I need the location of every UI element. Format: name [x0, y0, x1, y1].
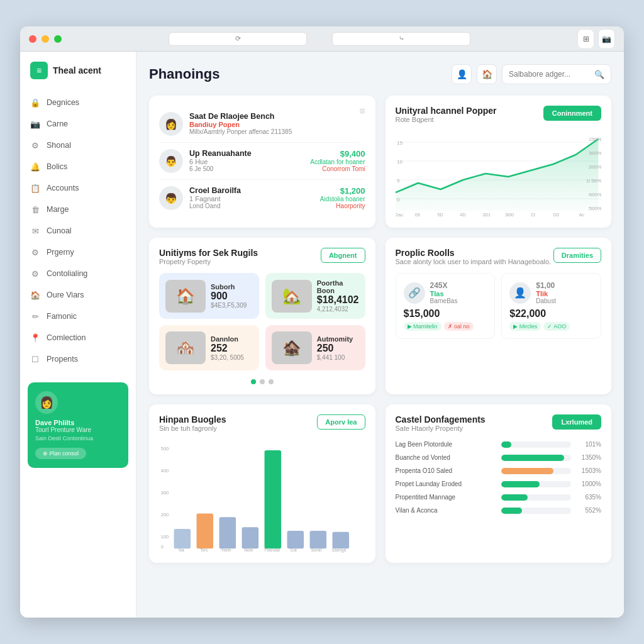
svg-text:Note: Note: [244, 548, 253, 552]
profile-roll-2-tags: ▶ Mircles ✓ AOO: [509, 322, 593, 331]
h-bar-track-1: [501, 441, 572, 448]
sidebar-item-prgerny[interactable]: ⚙ Prgerny: [20, 242, 136, 263]
prop-card-1: 🏠 Suborh 900 $4E3,F5,309: [159, 273, 259, 319]
url-bar-right[interactable]: ⤷: [332, 32, 470, 46]
svg-text:300: 300: [161, 490, 169, 496]
svg-rect-37: [265, 450, 282, 548]
camera-icon[interactable]: 📷: [598, 29, 615, 49]
row2-grid: Unitiyms for Sek Rugils Propetry Foperty…: [149, 238, 611, 394]
svg-rect-31: [197, 513, 214, 548]
h-bar-row-3: Propenta O10 Saled 1503%: [396, 467, 602, 474]
sidebar-item-degnices[interactable]: 🔒 Degnices: [20, 92, 136, 113]
properties-btn[interactable]: Abgnent: [321, 248, 365, 263]
settings-icon: ⚙: [30, 140, 40, 150]
activity-amount-2: $9,400 Acdlatan for hoaner Conorrom Tomi: [310, 149, 365, 172]
header-actions: 👤 🏠 🔍: [452, 64, 611, 84]
search-box[interactable]: 🔍: [502, 64, 611, 84]
h-bar-chart-btn[interactable]: Lxrlumed: [552, 414, 601, 430]
h-bar-container: Lag Been Plotordule 101% Buanche od Vont…: [396, 441, 602, 514]
svg-text:Saringe: Saringe: [332, 548, 347, 553]
chart-title-block: Unityral hcannel Popper Rote Bqpent: [396, 106, 497, 123]
svg-text:1t 5t0%: 1t 5t0%: [586, 179, 601, 184]
prop-card-2: 🏡 Poortha Boon $18,4102 4,212,4032: [265, 273, 365, 319]
activity-item-2: 👨 Up Reanuahante 6 Hue 6 Je 500 $9,400 A…: [159, 143, 365, 180]
activity-item-3: 👦 Croel Baroilfa 1 Fagnant Lond Oand $1,…: [159, 180, 365, 216]
sidebar-item-bolics[interactable]: 🔔 Bolics: [20, 156, 136, 177]
lock-icon: 🔒: [30, 97, 40, 108]
sidebar-item-oure-viars[interactable]: 🏠 Oure Viars: [20, 284, 136, 306]
properties-header: Unitiyms for Sek Rugils Propetry Foperty…: [159, 248, 365, 265]
settings2-icon: ⚙: [30, 269, 40, 279]
sidebar-item-contolialing[interactable]: ⚙ Contolialing: [20, 263, 136, 284]
trash-icon: 🗑: [30, 204, 40, 214]
minimize-btn[interactable]: [42, 35, 49, 43]
chart-action-btn[interactable]: Coninnment: [543, 106, 601, 121]
sidebar-item-cunoal[interactable]: ✉ Cunoal: [20, 220, 136, 242]
main-header: Phanoings 👤 🏠 🔍: [149, 64, 611, 84]
profile-roll-1-nameblock: 245X Tlas BarneBas: [430, 281, 458, 304]
bar-chart-title-block: Hinpan Buogles Sin be tuh fagronly: [159, 414, 226, 432]
svg-text:4D: 4D: [460, 213, 465, 218]
home-icon-btn[interactable]: 🏠: [477, 64, 497, 84]
sidebar-item-shonal[interactable]: ⚙ Shonal: [20, 135, 136, 156]
dot-3[interactable]: [269, 379, 274, 384]
brand-name: Theal acent: [53, 65, 101, 75]
search-input[interactable]: [509, 70, 591, 79]
svg-text:400: 400: [161, 468, 169, 474]
dot-2[interactable]: [260, 379, 265, 384]
h-bar-chart-header: Castel Donfagements Sate Htaorly Propent…: [396, 414, 602, 432]
avatar-1: 👩: [159, 112, 183, 136]
svg-text:15t0%: 15t0%: [589, 137, 601, 142]
menu-icon[interactable]: ≡: [359, 106, 365, 117]
svg-text:3t00%: 3t00%: [589, 151, 601, 156]
profile-rolls-grid: 🔗 245X Tlas BarneBas $15,000 ▶ Mamitelin: [396, 273, 602, 339]
svg-text:100: 100: [161, 534, 169, 540]
maximize-btn[interactable]: [54, 35, 62, 43]
sidebar-item-comlection[interactable]: 📍 Comlection: [20, 327, 136, 348]
plan-consol-button[interactable]: ⊕ Plan consol: [35, 448, 86, 459]
activity-info-2: Up Reanuahante 6 Hue 6 Je 500: [189, 149, 304, 172]
dot-1[interactable]: [251, 379, 256, 384]
h-bar-track-2: [501, 455, 572, 461]
prop-thumb-2: 🏡: [272, 280, 312, 313]
profile-roll-2-top: 👤 $1,00 Tlik Dabust: [509, 281, 593, 304]
svg-rect-33: [219, 517, 236, 548]
sidebar-item-accounts[interactable]: 📋 Accounts: [20, 177, 136, 199]
sidebar-brand: ≡ Theal acent: [20, 62, 136, 92]
h-bar-chart-title-block: Castel Donfagements Sate Htaorly Propent…: [396, 414, 486, 432]
prop-info-3: Dannlon 252 $3,20, 5005: [211, 335, 244, 361]
user-icon-btn[interactable]: 👤: [452, 64, 472, 84]
svg-text:3D1: 3D1: [482, 213, 491, 218]
sidebar-item-marge[interactable]: 🗑 Marge: [20, 199, 136, 220]
grid-icon[interactable]: ⊞: [577, 29, 594, 49]
mail-icon: ✉: [30, 226, 40, 236]
sidebar-item-famonic[interactable]: ✏ Famonic: [20, 306, 136, 327]
close-btn[interactable]: [29, 35, 36, 43]
bar-chart: 500 400 300 200 100 0 Na: [159, 440, 365, 553]
svg-text:6t00%: 6t00%: [589, 192, 601, 197]
app-window: ⟳ ⤷ ⊞ 📷 ≡ Theal acent 🔒 Degnices 📷 Carne: [20, 26, 624, 618]
prop-info-2: Poortha Boon $18,4102 4,212,4032: [317, 279, 359, 313]
sidebar-item-carne[interactable]: 📷 Carne: [20, 113, 136, 135]
url-bar-left[interactable]: ⟳: [169, 32, 307, 46]
profile-roll-2-nameblock: $1,00 Tlik Dabust: [536, 281, 556, 304]
h-bar-fill-1: [501, 441, 512, 448]
row3-grid: Hinpan Buogles Sin be tuh fagronly Aporv…: [149, 404, 611, 563]
checkbox-icon: ☐: [30, 354, 40, 364]
row1-grid: ≡ 👩 Saat De Rlaojee Bench Bandiuy Popen …: [149, 96, 611, 228]
svg-rect-41: [310, 531, 327, 548]
profile-rolls-btn[interactable]: Dramities: [553, 248, 601, 263]
profile-roll-1-top: 🔗 245X Tlas BarneBas: [404, 281, 487, 304]
pencil-icon: ✏: [30, 311, 40, 321]
pin-icon: 📍: [30, 333, 40, 343]
h-bar-track-3: [501, 468, 572, 474]
h-bar-fill-2: [501, 455, 564, 461]
profile-roll-2: 👤 $1,00 Tlik Dabust $22,000 ▶ Mircles: [501, 273, 601, 339]
bar-chart-btn[interactable]: Aporv Iea: [317, 414, 365, 430]
activity-card: ≡ 👩 Saat De Rlaojee Bench Bandiuy Popen …: [149, 96, 375, 228]
line-chart: 15 10 5 0 2au 09 5D 4D 3D1 3t00 Ct: [396, 130, 602, 218]
h-bar-fill-3: [501, 468, 554, 474]
prop-card-3: 🏘️ Dannlon 252 $3,20, 5005: [159, 325, 259, 370]
sidebar-item-propents[interactable]: ☐ Propents: [20, 348, 136, 370]
svg-rect-35: [242, 527, 259, 548]
